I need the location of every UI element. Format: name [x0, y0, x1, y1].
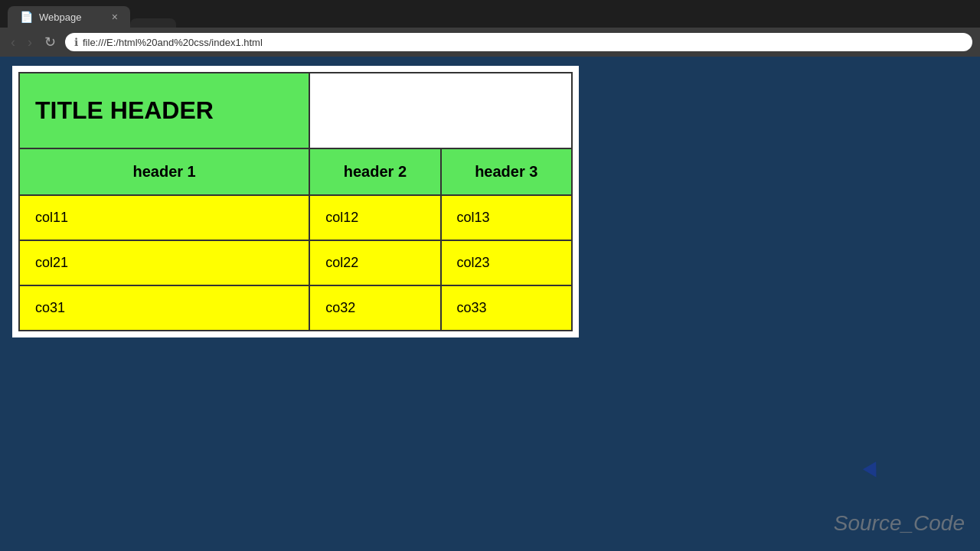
tab-close-button[interactable]: × — [112, 11, 118, 23]
url-text: file:///E:/html%20and%20css/index1.html — [83, 37, 263, 48]
url-bar[interactable]: ℹ file:///E:/html%20and%20css/index1.htm… — [65, 33, 972, 51]
tab-inactive[interactable] — [130, 18, 176, 28]
data-cell-0-0: col11 — [19, 195, 309, 240]
reload-button[interactable]: ↻ — [41, 32, 59, 52]
table-row: col11 col12 col13 — [19, 195, 572, 240]
title-text: TITLE HEADER — [35, 96, 214, 124]
table-row: col21 col22 col23 — [19, 240, 572, 285]
header-row: header 1 header 2 header 3 — [19, 148, 572, 195]
header-cell-2: header 2 — [309, 148, 440, 195]
data-cell-0-1: col12 — [309, 195, 440, 240]
tab-page-icon: 📄 — [20, 11, 33, 23]
data-cell-2-2: co33 — [441, 285, 572, 331]
back-button[interactable]: ‹ — [8, 33, 18, 52]
title-cell: TITLE HEADER — [19, 73, 309, 148]
title-row: TITLE HEADER — [19, 73, 572, 148]
empty-cell — [309, 73, 572, 148]
main-table: TITLE HEADER header 1 header 2 header 3 … — [18, 72, 573, 331]
data-cell-1-0: col21 — [19, 240, 309, 285]
data-cell-2-0: co31 — [19, 285, 309, 331]
page-content: TITLE HEADER header 1 header 2 header 3 … — [12, 66, 579, 337]
header-cell-1: header 1 — [19, 148, 309, 195]
watermark: Source_Code — [834, 511, 965, 536]
data-cell-1-1: col22 — [309, 240, 440, 285]
tab-bar: 📄 Webpage × — [0, 0, 980, 28]
forward-button[interactable]: › — [24, 33, 35, 52]
table-row: co31 co32 co33 — [19, 285, 572, 331]
nav-bar: ‹ › ↻ ℹ file:///E:/html%20and%20css/inde… — [0, 28, 980, 57]
data-cell-0-2: col13 — [441, 195, 572, 240]
header-cell-3: header 3 — [441, 148, 572, 195]
tab-active: 📄 Webpage × — [8, 6, 130, 28]
data-cell-1-2: col23 — [441, 240, 572, 285]
tab-label: Webpage — [39, 11, 81, 23]
url-info-icon: ℹ — [74, 36, 78, 48]
cursor — [863, 461, 883, 481]
data-cell-2-1: co32 — [309, 285, 440, 331]
browser-chrome: 📄 Webpage × ‹ › ↻ ℹ file:///E:/html%20an… — [0, 0, 980, 57]
